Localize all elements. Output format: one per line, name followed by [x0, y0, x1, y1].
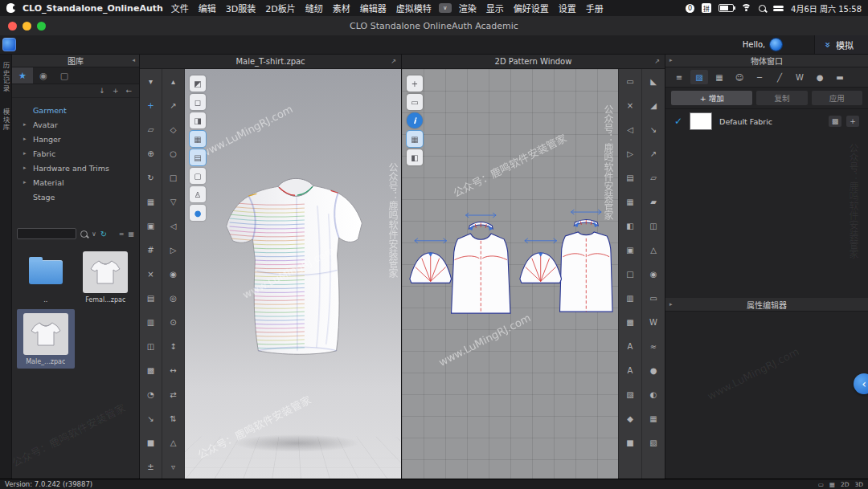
tool-icon[interactable]: ◫	[642, 214, 665, 238]
statusbar-icon[interactable]: 2D	[841, 481, 850, 488]
library-tab[interactable]: ▢	[54, 67, 75, 84]
viewport-toggle-button[interactable]: ●	[190, 205, 206, 221]
tool-icon[interactable]: ▤	[619, 165, 641, 189]
menubar-menu-item[interactable]: 渲染	[459, 2, 477, 14]
tool-icon[interactable]: ▽	[162, 189, 184, 214]
viewport-toggle-button[interactable]: ▢	[190, 168, 206, 184]
2d-toggle-button[interactable]: ▭	[407, 94, 423, 110]
tool-icon[interactable]: ↗	[162, 93, 184, 117]
tool-icon[interactable]: ⇅	[162, 406, 184, 430]
search-caret-icon[interactable]: ∨	[92, 230, 96, 238]
zoom-window-button[interactable]	[37, 22, 46, 31]
library-tree-item[interactable]: ▸ Avatar	[12, 117, 139, 132]
object-toolbar-icon[interactable]: ▦	[710, 70, 728, 84]
tool-icon[interactable]: ◢	[642, 93, 665, 117]
tool-icon[interactable]: ⇄	[162, 382, 184, 406]
tool-icon[interactable]: ▣	[140, 214, 162, 238]
2d-pattern-canvas[interactable]: +▭i▦◧ www.LuMingRJ.com 公众号：鹿鸣软件安装管家 公众号：…	[402, 69, 618, 479]
library-action-icon[interactable]: ←	[125, 87, 132, 95]
tool-icon[interactable]: ▦	[642, 406, 665, 430]
fabric-swatch[interactable]	[690, 112, 712, 130]
tool-icon[interactable]: ▰	[642, 189, 665, 214]
tool-icon[interactable]: ◁	[162, 214, 184, 238]
tool-icon[interactable]: ▩	[619, 310, 641, 334]
minimize-window-button[interactable]	[23, 22, 31, 31]
tool-icon[interactable]: W	[642, 310, 665, 334]
viewport-toggle-button[interactable]: ◨	[190, 112, 206, 128]
tool-icon[interactable]: ×	[140, 262, 162, 286]
simulate-menu[interactable]: » 模拟	[814, 35, 868, 54]
search-icon[interactable]	[80, 230, 88, 238]
library-file[interactable]: Femal...zpac	[77, 247, 135, 307]
tool-icon[interactable]: ↕	[162, 334, 184, 358]
tool-icon[interactable]: ▱	[140, 117, 162, 141]
tool-icon[interactable]: ↔	[162, 358, 184, 382]
battery-icon[interactable]	[719, 4, 734, 12]
library-tree-item[interactable]: Stage	[12, 189, 139, 204]
object-toolbar-icon[interactable]: ╱	[771, 70, 788, 84]
rail-tab[interactable]: 历史记录	[1, 62, 10, 92]
tool-icon[interactable]: ▷	[162, 238, 184, 262]
tool-icon[interactable]: ×	[619, 93, 641, 117]
tool-icon[interactable]: ▩	[140, 358, 162, 382]
tool-icon[interactable]: ▣	[619, 238, 641, 262]
object-toolbar-icon[interactable]: W	[791, 70, 809, 84]
tool-icon[interactable]: ⊕	[140, 141, 162, 165]
menubar-menu-item[interactable]: 素材	[333, 2, 350, 14]
tool-icon[interactable]: ▷	[619, 141, 641, 165]
tool-icon[interactable]: △	[642, 238, 665, 262]
tool-icon[interactable]: ○	[162, 141, 184, 165]
tool-icon[interactable]: ◧	[619, 214, 641, 238]
tool-icon[interactable]: ▴	[162, 69, 184, 93]
library-action-icon[interactable]: ↓	[99, 87, 105, 95]
apple-menu-icon[interactable]	[6, 3, 15, 13]
menubar-menu-item[interactable]: 3D服装	[226, 2, 256, 14]
fabric-action-icon[interactable]: ▩	[829, 116, 841, 127]
object-toolbar-icon[interactable]: ≡	[670, 70, 688, 84]
tool-icon[interactable]: ■	[140, 430, 162, 454]
menubar-menu-item[interactable]: 设置	[559, 2, 576, 14]
2d-toggle-button[interactable]: i	[407, 112, 423, 128]
menubar-menu-item[interactable]: 文件	[171, 2, 189, 14]
refresh-icon[interactable]: ↻	[100, 230, 107, 238]
object-toolbar-icon[interactable]: ☺	[731, 70, 748, 84]
menubar-menu-item[interactable]: 手册	[586, 2, 604, 14]
tool-icon[interactable]: ◫	[140, 334, 162, 358]
tool-icon[interactable]: ◇	[162, 117, 184, 141]
2d-toggle-button[interactable]: ◧	[407, 149, 423, 165]
check-icon[interactable]: ✓	[674, 116, 682, 127]
menubar-menu-item[interactable]: 编辑	[199, 2, 216, 14]
tool-icon[interactable]: ◁	[619, 117, 641, 141]
viewport-toggle-button[interactable]: ◩	[190, 75, 206, 92]
viewport-toggle-button[interactable]: ♙	[190, 186, 206, 202]
menubar-dropdown-indicator[interactable]: ∨	[439, 3, 452, 13]
tool-icon[interactable]: △	[162, 430, 184, 454]
tool-icon[interactable]: ■	[619, 430, 641, 454]
library-file[interactable]: ..	[17, 247, 75, 307]
menubar-menu-item[interactable]: 编辑器	[360, 2, 387, 14]
search-icon[interactable]	[759, 5, 766, 12]
tool-icon[interactable]: ◎	[162, 286, 184, 310]
tool-icon[interactable]: ±	[140, 454, 162, 479]
library-tree-item[interactable]: ▸ Material	[12, 175, 139, 189]
tool-icon[interactable]: ▧	[642, 430, 665, 454]
tool-icon[interactable]: ▤	[140, 286, 162, 310]
expand-icon[interactable]: ↗	[391, 58, 396, 65]
tool-icon[interactable]: ◉	[162, 262, 184, 286]
tool-icon[interactable]: ↻	[140, 165, 162, 189]
library-tree-item[interactable]: ▸ Hardware and Trims	[12, 161, 139, 175]
collapse-icon[interactable]: ◂	[132, 57, 135, 63]
tool-icon[interactable]: □	[162, 165, 184, 189]
tool-icon[interactable]: +	[140, 93, 162, 117]
tool-icon[interactable]: ▭	[619, 69, 641, 93]
library-action-icon[interactable]: +	[113, 87, 119, 95]
library-tree-item[interactable]: ▸ Fabric	[12, 146, 139, 161]
statusbar-icon[interactable]: ▦	[829, 481, 835, 488]
user-avatar[interactable]	[770, 39, 782, 51]
tool-icon[interactable]: ↗	[642, 141, 665, 165]
menubar-app-name[interactable]: CLO_Standalone_OnlineAuth	[23, 3, 163, 14]
apply-button[interactable]: 应用	[812, 91, 862, 105]
tool-icon[interactable]: ▦	[619, 189, 641, 214]
tool-icon[interactable]: #	[140, 238, 162, 262]
tool-icon[interactable]: ●	[642, 358, 665, 382]
